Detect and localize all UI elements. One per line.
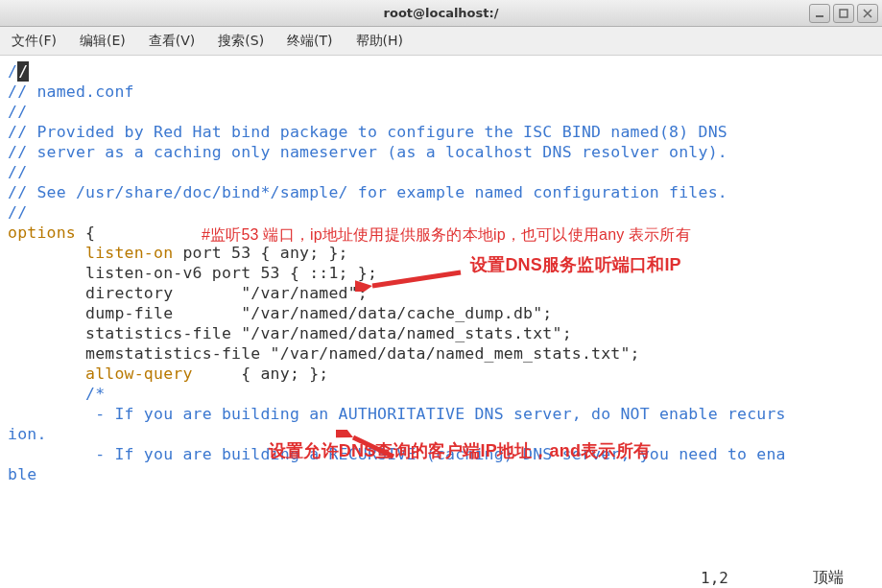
svg-rect-1 [840, 10, 847, 17]
arrow-icon [355, 263, 470, 292]
statusbar: 1,2 顶端 [0, 567, 882, 588]
code-line: // Provided by Red Hat bind package to c… [8, 123, 727, 141]
options-keyword: options [8, 223, 76, 242]
titlebar: root@localhost:/ [0, 0, 882, 27]
code-line: // [8, 163, 27, 181]
code-line: - If you are building an AUTHORITATIVE D… [8, 405, 786, 423]
cursor: / [17, 61, 29, 82]
minimize-button[interactable] [809, 4, 830, 23]
code-line: listen-on-v6 port 53 { ::1; }; [8, 264, 377, 282]
allow-query-keyword: allow-query [8, 365, 193, 383]
code-line: ion. [8, 425, 47, 443]
listen-on-keyword: listen-on [8, 244, 173, 262]
menu-terminal[interactable]: 终端(T) [283, 31, 336, 52]
menu-view[interactable]: 查看(V) [145, 31, 200, 52]
code-line: // See /usr/share/doc/bind*/sample/ for … [8, 183, 727, 201]
window-controls [809, 4, 878, 23]
cursor-position: 1,2 [701, 569, 728, 587]
annotation-label-2: 设置允许DNS查询的客户端IP地址，and表示所有 [269, 441, 651, 461]
code-line: // named.conf [8, 82, 134, 101]
code-line: statistics-file "/var/named/data/named_s… [8, 324, 572, 342]
code-line: directory "/var/named"; [8, 284, 368, 302]
window-title: root@localhost:/ [384, 6, 499, 20]
menubar: 文件(F) 编辑(E) 查看(V) 搜索(S) 终端(T) 帮助(H) [0, 27, 882, 56]
svg-rect-0 [816, 15, 823, 17]
code-line: memstatistics-file "/var/named/data/name… [8, 344, 640, 363]
maximize-button[interactable] [833, 4, 854, 23]
annotation-label-1: 设置DNS服务监听端口和IP [470, 255, 681, 275]
code-line: // [8, 203, 27, 222]
code-line: // [8, 62, 29, 81]
annotation-note-top: #监听53 端口，ip地址使用提供服务的本地ip，也可以使用any 表示所有 [202, 224, 691, 245]
code-line: ble [8, 465, 36, 483]
code-line: // [8, 103, 27, 121]
svg-line-2 [372, 272, 461, 286]
code-line: // server as a caching only nameserver (… [8, 143, 727, 161]
terminal-view[interactable]: // // named.conf // // Provided by Red H… [0, 56, 882, 567]
code-block: options { listen-on port 53 { any; }; li… [8, 223, 874, 384]
close-button[interactable] [857, 4, 878, 23]
code-line: /* [8, 385, 105, 403]
menu-search[interactable]: 搜索(S) [214, 31, 268, 52]
comment-block: /* - If you are building an AUTHORITATIV… [8, 384, 874, 484]
menu-help[interactable]: 帮助(H) [352, 31, 407, 52]
menu-file[interactable]: 文件(F) [8, 31, 60, 52]
menu-edit[interactable]: 编辑(E) [76, 31, 130, 52]
code-line: dump-file "/var/named/data/cache_dump.db… [8, 304, 553, 322]
scroll-position: 顶端 [813, 568, 844, 588]
